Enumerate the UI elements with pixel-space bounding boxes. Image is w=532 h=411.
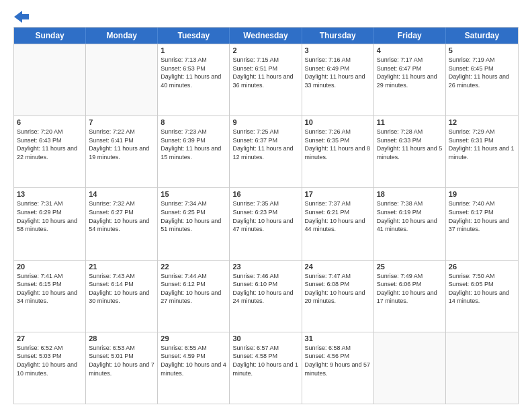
cell-content: Sunrise: 7:47 AM Sunset: 6:08 PM Dayligh… xyxy=(305,272,371,306)
cal-cell: 4Sunrise: 7:17 AM Sunset: 6:47 PM Daylig… xyxy=(374,44,446,116)
day-number: 11 xyxy=(377,118,443,126)
cal-cell: 25Sunrise: 7:49 AM Sunset: 6:06 PM Dayli… xyxy=(374,261,446,332)
cell-content: Sunrise: 7:23 AM Sunset: 6:39 PM Dayligh… xyxy=(161,128,226,161)
day-number: 13 xyxy=(17,190,83,198)
day-number: 18 xyxy=(377,190,443,198)
day-number: 5 xyxy=(449,46,515,54)
cal-header-monday: Monday xyxy=(86,28,158,44)
cal-header-tuesday: Tuesday xyxy=(158,28,230,44)
cal-cell: 7Sunrise: 7:22 AM Sunset: 6:41 PM Daylig… xyxy=(86,116,158,187)
cal-cell: 17Sunrise: 7:37 AM Sunset: 6:21 PM Dayli… xyxy=(302,188,374,259)
day-number: 8 xyxy=(161,118,226,126)
day-number: 6 xyxy=(17,118,83,126)
cal-header-wednesday: Wednesday xyxy=(230,28,302,44)
cal-cell: 5Sunrise: 7:19 AM Sunset: 6:45 PM Daylig… xyxy=(446,44,518,116)
cal-cell: 14Sunrise: 7:32 AM Sunset: 6:27 PM Dayli… xyxy=(86,188,158,259)
day-number: 23 xyxy=(232,263,298,271)
day-number: 28 xyxy=(89,334,154,342)
cell-content: Sunrise: 7:32 AM Sunset: 6:27 PM Dayligh… xyxy=(89,199,154,233)
calendar-body: 1Sunrise: 7:13 AM Sunset: 6:53 PM Daylig… xyxy=(14,44,518,404)
cal-cell xyxy=(14,44,86,116)
cell-content: Sunrise: 7:22 AM Sunset: 6:41 PM Dayligh… xyxy=(89,128,154,161)
day-number: 15 xyxy=(161,190,226,198)
cal-cell: 27Sunrise: 6:52 AM Sunset: 5:03 PM Dayli… xyxy=(14,332,86,404)
day-number: 25 xyxy=(377,263,443,271)
cal-week-1: 1Sunrise: 7:13 AM Sunset: 6:53 PM Daylig… xyxy=(14,44,518,116)
cell-content: Sunrise: 7:28 AM Sunset: 6:33 PM Dayligh… xyxy=(377,128,443,161)
logo-arrow-icon xyxy=(14,11,29,23)
cal-cell: 24Sunrise: 7:47 AM Sunset: 6:08 PM Dayli… xyxy=(302,261,374,332)
day-number: 16 xyxy=(232,190,298,198)
day-number: 2 xyxy=(232,46,298,54)
cal-cell: 3Sunrise: 7:16 AM Sunset: 6:49 PM Daylig… xyxy=(302,44,374,116)
cal-cell: 9Sunrise: 7:25 AM Sunset: 6:37 PM Daylig… xyxy=(230,116,302,187)
day-number: 9 xyxy=(232,118,298,126)
cal-cell: 2Sunrise: 7:15 AM Sunset: 6:51 PM Daylig… xyxy=(230,44,302,116)
calendar: SundayMondayTuesdayWednesdayThursdayFrid… xyxy=(13,27,519,404)
cell-content: Sunrise: 7:40 AM Sunset: 6:17 PM Dayligh… xyxy=(449,199,515,233)
day-number: 21 xyxy=(89,263,154,271)
cell-content: Sunrise: 6:52 AM Sunset: 5:03 PM Dayligh… xyxy=(17,344,83,377)
cell-content: Sunrise: 7:25 AM Sunset: 6:37 PM Dayligh… xyxy=(232,128,298,161)
day-number: 7 xyxy=(89,118,154,126)
svg-marker-0 xyxy=(14,11,29,23)
cell-content: Sunrise: 6:55 AM Sunset: 4:59 PM Dayligh… xyxy=(161,344,226,377)
day-number: 31 xyxy=(305,334,371,342)
cell-content: Sunrise: 7:29 AM Sunset: 6:31 PM Dayligh… xyxy=(449,128,515,161)
cell-content: Sunrise: 7:50 AM Sunset: 6:05 PM Dayligh… xyxy=(449,272,515,306)
cal-cell: 31Sunrise: 6:58 AM Sunset: 4:56 PM Dayli… xyxy=(302,332,374,404)
day-number: 30 xyxy=(232,334,298,342)
cal-cell: 10Sunrise: 7:26 AM Sunset: 6:35 PM Dayli… xyxy=(302,116,374,187)
cell-content: Sunrise: 7:16 AM Sunset: 6:49 PM Dayligh… xyxy=(305,56,371,89)
calendar-header-row: SundayMondayTuesdayWednesdayThursdayFrid… xyxy=(14,28,518,44)
cal-cell: 28Sunrise: 6:53 AM Sunset: 5:01 PM Dayli… xyxy=(86,332,158,404)
cell-content: Sunrise: 7:26 AM Sunset: 6:35 PM Dayligh… xyxy=(305,128,371,161)
cal-cell: 6Sunrise: 7:20 AM Sunset: 6:43 PM Daylig… xyxy=(14,116,86,187)
day-number: 14 xyxy=(89,190,154,198)
cell-content: Sunrise: 7:15 AM Sunset: 6:51 PM Dayligh… xyxy=(232,56,298,89)
cell-content: Sunrise: 7:34 AM Sunset: 6:25 PM Dayligh… xyxy=(161,199,226,233)
day-number: 27 xyxy=(17,334,83,342)
cal-cell: 26Sunrise: 7:50 AM Sunset: 6:05 PM Dayli… xyxy=(446,261,518,332)
cell-content: Sunrise: 7:43 AM Sunset: 6:14 PM Dayligh… xyxy=(89,272,154,306)
cal-cell xyxy=(374,332,446,404)
cal-cell: 16Sunrise: 7:35 AM Sunset: 6:23 PM Dayli… xyxy=(230,188,302,259)
cal-header-sunday: Sunday xyxy=(14,28,86,44)
cell-content: Sunrise: 7:19 AM Sunset: 6:45 PM Dayligh… xyxy=(449,56,515,89)
cell-content: Sunrise: 7:13 AM Sunset: 6:53 PM Dayligh… xyxy=(161,56,226,89)
cell-content: Sunrise: 7:35 AM Sunset: 6:23 PM Dayligh… xyxy=(232,199,298,233)
cal-cell: 1Sunrise: 7:13 AM Sunset: 6:53 PM Daylig… xyxy=(158,44,230,116)
cal-header-saturday: Saturday xyxy=(446,28,518,44)
day-number: 26 xyxy=(449,263,515,271)
page: SundayMondayTuesdayWednesdayThursdayFrid… xyxy=(0,0,532,411)
cal-cell: 12Sunrise: 7:29 AM Sunset: 6:31 PM Dayli… xyxy=(446,116,518,187)
cal-week-2: 6Sunrise: 7:20 AM Sunset: 6:43 PM Daylig… xyxy=(14,116,518,187)
cell-content: Sunrise: 7:37 AM Sunset: 6:21 PM Dayligh… xyxy=(305,199,371,233)
logo xyxy=(13,11,29,20)
cal-cell: 18Sunrise: 7:38 AM Sunset: 6:19 PM Dayli… xyxy=(374,188,446,259)
cal-week-3: 13Sunrise: 7:31 AM Sunset: 6:29 PM Dayli… xyxy=(14,187,518,259)
cell-content: Sunrise: 7:31 AM Sunset: 6:29 PM Dayligh… xyxy=(17,199,83,233)
cal-cell xyxy=(86,44,158,116)
header xyxy=(13,11,519,20)
day-number: 12 xyxy=(449,118,515,126)
cell-content: Sunrise: 6:57 AM Sunset: 4:58 PM Dayligh… xyxy=(232,344,298,377)
cell-content: Sunrise: 6:58 AM Sunset: 4:56 PM Dayligh… xyxy=(305,344,371,377)
logo-wrapper xyxy=(13,11,29,23)
day-number: 10 xyxy=(305,118,371,126)
cal-cell: 22Sunrise: 7:44 AM Sunset: 6:12 PM Dayli… xyxy=(158,261,230,332)
cal-week-5: 27Sunrise: 6:52 AM Sunset: 5:03 PM Dayli… xyxy=(14,332,518,404)
cal-week-4: 20Sunrise: 7:41 AM Sunset: 6:15 PM Dayli… xyxy=(14,260,518,332)
cal-cell: 13Sunrise: 7:31 AM Sunset: 6:29 PM Dayli… xyxy=(14,188,86,259)
day-number: 4 xyxy=(377,46,443,54)
day-number: 29 xyxy=(161,334,226,342)
cal-cell: 23Sunrise: 7:46 AM Sunset: 6:10 PM Dayli… xyxy=(230,261,302,332)
day-number: 3 xyxy=(305,46,371,54)
cell-content: Sunrise: 6:53 AM Sunset: 5:01 PM Dayligh… xyxy=(89,344,154,377)
cal-cell: 20Sunrise: 7:41 AM Sunset: 6:15 PM Dayli… xyxy=(14,261,86,332)
cell-content: Sunrise: 7:44 AM Sunset: 6:12 PM Dayligh… xyxy=(161,272,226,306)
cell-content: Sunrise: 7:20 AM Sunset: 6:43 PM Dayligh… xyxy=(17,128,83,161)
day-number: 22 xyxy=(161,263,226,271)
day-number: 17 xyxy=(305,190,371,198)
day-number: 20 xyxy=(17,263,83,271)
